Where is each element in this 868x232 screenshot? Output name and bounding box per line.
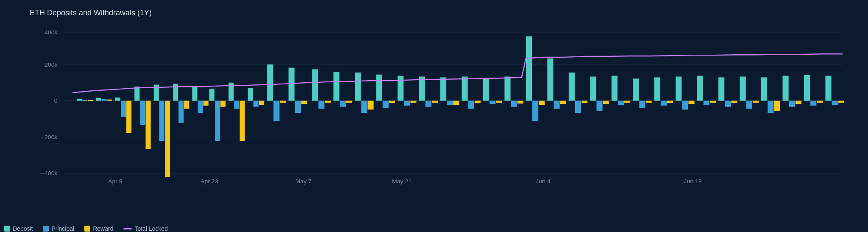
svg-rect-124	[825, 76, 831, 101]
svg-rect-83	[532, 101, 538, 121]
chart-svg: 400k 200k 0 −200k −400k Apr 9 Apr 23 May…	[30, 24, 851, 185]
legend-reward-label: Reward	[93, 225, 113, 232]
svg-rect-20	[102, 99, 107, 101]
svg-rect-19	[96, 98, 101, 101]
svg-rect-118	[783, 76, 789, 101]
svg-rect-108	[710, 101, 716, 103]
svg-rect-120	[796, 101, 801, 104]
svg-rect-123	[817, 101, 823, 103]
svg-rect-93	[603, 101, 609, 104]
svg-rect-121	[804, 75, 810, 101]
svg-rect-99	[646, 101, 652, 103]
svg-rect-51	[301, 101, 307, 104]
svg-rect-70	[440, 77, 446, 101]
svg-rect-57	[346, 101, 352, 103]
svg-text:May 7: May 7	[295, 179, 312, 185]
svg-text:Apr 9: Apr 9	[108, 179, 122, 185]
svg-rect-115	[761, 77, 767, 101]
svg-rect-75	[475, 101, 481, 103]
svg-rect-86	[554, 101, 559, 109]
svg-rect-63	[389, 101, 395, 103]
svg-rect-88	[569, 73, 575, 101]
svg-text:Jun 4: Jun 4	[536, 179, 551, 185]
svg-rect-107	[704, 101, 709, 105]
svg-rect-38	[215, 101, 220, 141]
chart-legend: Deposit Principal Reward Total Locked	[0, 225, 168, 232]
svg-rect-16	[77, 99, 82, 101]
svg-rect-69	[432, 101, 438, 103]
svg-rect-78	[496, 101, 502, 103]
svg-text:0: 0	[54, 98, 58, 104]
svg-rect-54	[325, 101, 331, 103]
svg-rect-90	[581, 101, 587, 103]
svg-rect-94	[612, 76, 618, 101]
svg-rect-61	[376, 75, 382, 101]
svg-rect-109	[718, 77, 724, 101]
svg-rect-49	[289, 68, 295, 101]
svg-rect-112	[740, 77, 746, 101]
svg-rect-81	[517, 101, 523, 104]
svg-rect-126	[838, 101, 844, 103]
svg-rect-89	[575, 101, 581, 113]
svg-rect-32	[178, 101, 184, 123]
svg-rect-35	[198, 101, 203, 113]
reward-color-box	[84, 226, 90, 232]
svg-rect-76	[483, 78, 489, 101]
svg-rect-85	[547, 59, 553, 101]
svg-text:Jun 18: Jun 18	[684, 179, 702, 185]
svg-rect-72	[453, 101, 459, 105]
chart-area: 400k 200k 0 −200k −400k Apr 9 Apr 23 May…	[30, 24, 851, 185]
svg-text:Apr 23: Apr 23	[200, 179, 218, 185]
svg-rect-103	[676, 77, 682, 101]
svg-rect-95	[618, 101, 624, 105]
svg-rect-117	[774, 101, 780, 111]
svg-text:−200k: −200k	[41, 134, 58, 140]
legend-deposit: Deposit	[4, 225, 33, 232]
svg-rect-102	[667, 101, 673, 103]
svg-rect-48	[280, 101, 286, 103]
svg-rect-68	[426, 101, 431, 107]
svg-rect-64	[398, 76, 403, 101]
svg-rect-43	[248, 88, 253, 101]
chart-title: ETH Deposits and Withdrawals (1Y)	[30, 8, 851, 17]
svg-rect-73	[462, 77, 467, 101]
svg-rect-18	[88, 100, 93, 101]
svg-rect-82	[526, 36, 532, 101]
svg-rect-62	[383, 101, 389, 108]
svg-rect-55	[334, 72, 339, 101]
legend-total-locked-label: Total Locked	[134, 225, 168, 232]
svg-rect-113	[746, 101, 752, 109]
svg-rect-52	[312, 69, 318, 101]
svg-rect-65	[404, 101, 410, 106]
svg-rect-42	[240, 101, 245, 141]
svg-rect-71	[447, 101, 453, 105]
svg-rect-87	[560, 101, 566, 104]
svg-rect-25	[134, 87, 139, 101]
svg-rect-47	[273, 101, 279, 121]
svg-rect-26	[140, 101, 145, 125]
svg-rect-50	[295, 101, 301, 113]
svg-rect-114	[753, 101, 759, 103]
legend-principal: Principal	[43, 225, 74, 232]
svg-rect-104	[682, 101, 688, 110]
total-locked-line-icon	[123, 228, 132, 229]
svg-rect-119	[789, 101, 795, 107]
svg-text:200k: 200k	[45, 61, 58, 68]
svg-rect-97	[633, 78, 639, 101]
svg-rect-79	[504, 77, 510, 101]
svg-rect-98	[639, 101, 645, 108]
svg-rect-37	[209, 89, 214, 101]
svg-rect-116	[768, 101, 773, 113]
svg-rect-100	[654, 77, 660, 101]
svg-rect-58	[355, 73, 361, 101]
svg-rect-44	[253, 101, 259, 107]
svg-text:May 21: May 21	[392, 179, 412, 185]
svg-rect-46	[267, 64, 273, 101]
deposit-color-box	[4, 226, 10, 232]
svg-rect-110	[725, 101, 731, 107]
svg-rect-59	[361, 101, 367, 113]
svg-rect-74	[468, 101, 474, 109]
svg-rect-36	[203, 101, 209, 106]
svg-rect-29	[159, 101, 164, 141]
svg-rect-66	[410, 101, 416, 103]
